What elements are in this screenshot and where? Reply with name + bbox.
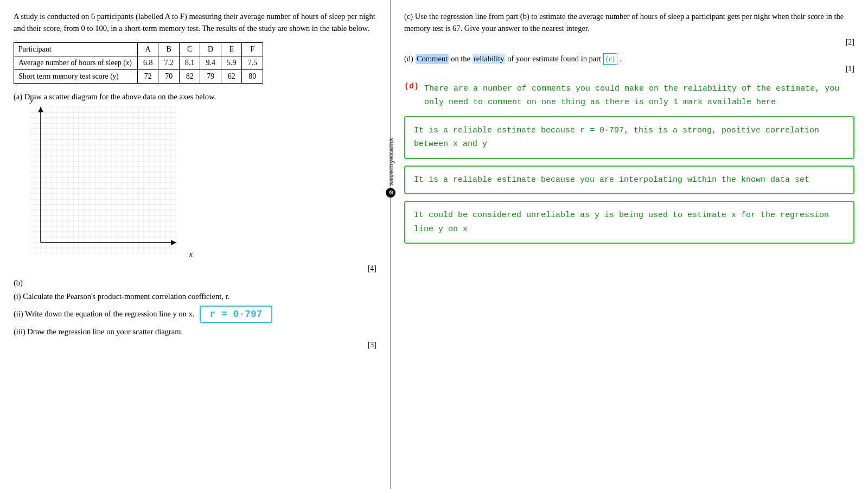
- row2-f: 80: [242, 69, 263, 83]
- table-header-d: D: [200, 42, 221, 56]
- answer-box-2: It is a reliable estimate because you ar…: [404, 166, 854, 195]
- row2-c: 82: [179, 69, 200, 83]
- axis-x-label: x: [189, 250, 193, 259]
- part-d-question: (d) Comment on the reliability of your e…: [404, 53, 854, 65]
- row2-e: 62: [221, 69, 242, 83]
- part-b-label: (b): [14, 278, 376, 288]
- part-b-main-label: (b): [14, 278, 23, 288]
- part-a-label: (a) Draw a scatter diagram for the above…: [14, 92, 376, 101]
- row2-label: Short term memory test score (y): [14, 69, 138, 83]
- row1-b: 7.2: [158, 56, 180, 69]
- answer-box-1-text: It is a reliable estimate because r = 0·…: [414, 124, 845, 151]
- table-header-a: A: [137, 42, 158, 56]
- data-table: Participant A B C D E F Average number o…: [14, 42, 263, 84]
- part-d-c-ref: (c): [603, 53, 617, 65]
- part-b-ii: (ii) Write down the equation of the regr…: [14, 306, 376, 323]
- left-panel: A study is conducted on 6 participants (…: [0, 0, 391, 489]
- mark-b: [3]: [14, 341, 376, 350]
- part-d-end: .: [620, 54, 622, 63]
- answer-box-1: It is a reliable estimate because r = 0·…: [404, 116, 854, 159]
- table-header-participant: Participant: [14, 42, 138, 56]
- row1-f: 7.5: [242, 56, 263, 69]
- row2-d: 79: [200, 69, 221, 83]
- watermark-icon: ⊘: [386, 188, 395, 198]
- row1-c: 8.1: [179, 56, 200, 69]
- row1-d: 9.4: [200, 56, 221, 69]
- table-header-f: F: [242, 42, 263, 56]
- answer-box-2-text: It is a reliable estimate because you ar…: [414, 173, 845, 187]
- axis-y-label: y: [30, 96, 33, 105]
- row2-a: 72: [137, 69, 158, 83]
- answer-box-3-text: It could be considered unreliable as y i…: [414, 208, 845, 236]
- watermark-text: savemyexams: [387, 138, 395, 186]
- row1-label: Average number of hours of sleep (x): [14, 56, 138, 69]
- mark-a: [4]: [14, 264, 376, 273]
- part-b: (b) (i) Calculate the Pearson's product-…: [14, 278, 376, 336]
- right-panel: (c) Use the regression line from part (b…: [391, 0, 868, 489]
- part-b-iii: (iii) Draw the regression line on your s…: [14, 327, 376, 336]
- watermark: ⊘ savemyexams: [386, 138, 395, 198]
- r-value-box: r = 0·797: [200, 306, 272, 323]
- answer-label: (d): [404, 82, 419, 91]
- mark-d: [1]: [404, 65, 854, 73]
- part-d-prefix: (d): [404, 54, 413, 63]
- part-d-suffix: of your estimate found in part: [507, 54, 601, 63]
- part-d-middle: on the: [451, 54, 470, 63]
- graph-area: y x: [30, 107, 182, 259]
- part-c-text: (c) Use the regression line from part (b…: [404, 11, 854, 35]
- answer-section: (d) There are a number of comments you c…: [404, 82, 854, 244]
- mark-c: [2]: [404, 38, 854, 47]
- row1-a: 6.8: [137, 56, 158, 69]
- part-d-reliability-word: reliability: [473, 54, 505, 64]
- table-header-e: E: [221, 42, 242, 56]
- answer-intro: There are a number of comments you could…: [424, 82, 854, 110]
- answer-box-3: It could be considered unreliable as y i…: [404, 201, 854, 244]
- table-header-b: B: [158, 42, 180, 56]
- part-d-comment-word: Comment: [416, 54, 449, 64]
- row2-b: 70: [158, 69, 180, 83]
- row1-e: 5.9: [221, 56, 242, 69]
- part-b-i: (i) Calculate the Pearson's product-mome…: [14, 292, 376, 301]
- table-header-c: C: [179, 42, 200, 56]
- intro-text: A study is conducted on 6 participants (…: [14, 11, 376, 35]
